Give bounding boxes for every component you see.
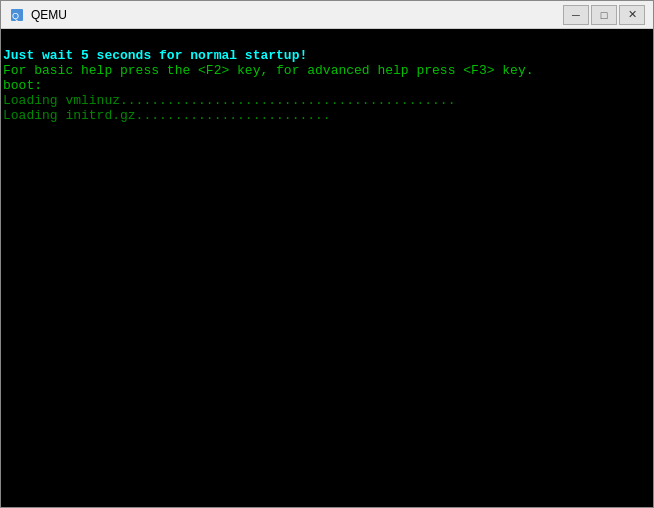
maximize-button[interactable]: □ bbox=[591, 5, 617, 25]
terminal-line-1: Just wait 5 seconds for normal startup! bbox=[3, 48, 307, 63]
minimize-button[interactable]: ─ bbox=[563, 5, 589, 25]
window-title: QEMU bbox=[31, 8, 563, 22]
terminal-line-3: boot: bbox=[3, 78, 42, 93]
svg-text:Q: Q bbox=[12, 11, 19, 21]
terminal-line-5: Loading initrd.gz.......................… bbox=[3, 108, 331, 123]
titlebar: Q QEMU ─ □ ✕ bbox=[1, 1, 653, 29]
terminal-line-4: Loading vmlinuz.........................… bbox=[3, 93, 455, 108]
terminal-screen[interactable]: Just wait 5 seconds for normal startup! … bbox=[1, 29, 653, 507]
window-controls: ─ □ ✕ bbox=[563, 5, 645, 25]
qemu-window: Q QEMU ─ □ ✕ Just wait 5 seconds for nor… bbox=[0, 0, 654, 508]
app-icon: Q bbox=[9, 7, 25, 23]
close-button[interactable]: ✕ bbox=[619, 5, 645, 25]
terminal-line-2: For basic help press the <F2> key, for a… bbox=[3, 63, 534, 78]
